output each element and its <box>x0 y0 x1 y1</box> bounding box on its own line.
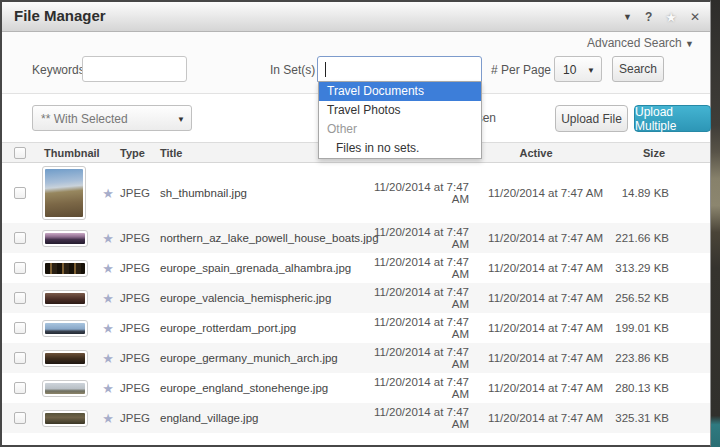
per-page-select[interactable]: 10 ▼ <box>554 56 602 82</box>
star-icon[interactable]: ★ <box>102 321 114 336</box>
thumbnail[interactable] <box>42 230 88 247</box>
file-type: JPEG <box>120 412 160 424</box>
collapse-icon[interactable]: ▼ <box>623 13 632 22</box>
with-selected-value: ** With Selected <box>41 112 128 126</box>
dropdown-option-other: Other <box>319 120 481 139</box>
uploaded-date: 11/20/2014 at 7:47 AM <box>368 181 469 205</box>
star-icon[interactable]: ★ <box>102 261 114 276</box>
uploaded-date: 11/20/2014 at 7:47 AM <box>368 376 469 400</box>
star-icon[interactable]: ★ <box>102 351 114 366</box>
header-size: Size <box>643 147 669 159</box>
window-title: File Manager <box>14 7 106 24</box>
in-sets-dropdown: Travel Documents Travel Photos Other Fil… <box>318 81 482 159</box>
row-checkbox[interactable] <box>14 262 26 274</box>
table-row[interactable]: ★ JPEG europe_spain_grenada_alhambra.jpg… <box>2 253 710 283</box>
row-checkbox[interactable] <box>14 382 26 394</box>
star-icon[interactable]: ★ <box>102 411 114 426</box>
file-size: 199.01 KB <box>615 322 669 334</box>
file-size: 325.31 KB <box>615 412 669 424</box>
keywords-input[interactable] <box>82 56 187 82</box>
uploaded-date: 11/20/2014 at 7:47 AM <box>368 346 469 370</box>
table-row[interactable]: ★ JPEG europe_valencia_hemispheric.jpg 1… <box>2 283 710 313</box>
thumbnail[interactable] <box>42 380 88 397</box>
file-manager-dialog: File Manager ▼ ? ★ ✕ Advanced Search ▼ K… <box>0 0 711 447</box>
advanced-search-toggle[interactable]: Advanced Search ▼ <box>587 36 694 50</box>
thumbnail[interactable] <box>42 350 88 367</box>
star-icon[interactable]: ★ <box>102 186 114 201</box>
row-checkbox[interactable] <box>14 412 26 424</box>
in-sets-label: In Set(s) <box>270 63 315 77</box>
file-title[interactable]: northern_az_lake_powell_house_boats.jpg <box>160 232 368 244</box>
select-arrow-icon: ▼ <box>177 115 185 124</box>
header-type: Type <box>120 147 160 159</box>
per-page-value: 10 <box>563 63 576 77</box>
thumbnail[interactable] <box>42 410 88 427</box>
upload-file-button[interactable]: Upload File <box>555 105 628 132</box>
upload-multiple-button[interactable]: Upload Multiple <box>634 105 711 132</box>
row-checkbox[interactable] <box>14 352 26 364</box>
file-size: 256.52 KB <box>615 292 669 304</box>
table-row[interactable]: ★ JPEG europe_germany_munich_arch.jpg 11… <box>2 343 710 373</box>
star-icon[interactable]: ★ <box>102 291 114 306</box>
uploaded-date: 11/20/2014 at 7:47 AM <box>368 226 469 250</box>
file-type: JPEG <box>120 262 160 274</box>
keywords-label: Keywords <box>32 63 85 77</box>
thumbnail[interactable] <box>42 260 88 277</box>
dropdown-option-travel-documents[interactable]: Travel Documents <box>319 82 481 101</box>
file-size: 223.86 KB <box>615 352 669 364</box>
uploaded-date: 11/20/2014 at 7:47 AM <box>368 316 469 340</box>
text-cursor <box>325 62 326 77</box>
star-icon[interactable]: ★ <box>102 381 114 396</box>
row-checkbox[interactable] <box>14 187 26 199</box>
thumbnail[interactable] <box>42 320 88 337</box>
in-sets-input[interactable] <box>317 56 482 82</box>
file-size: 14.89 KB <box>622 187 669 199</box>
uploaded-date: 11/20/2014 at 7:47 AM <box>368 286 469 310</box>
search-button[interactable]: Search <box>612 56 664 82</box>
table-row[interactable]: ★ JPEG europe_england_stonehenge.jpg 11/… <box>2 373 710 403</box>
thumbnail[interactable] <box>42 166 86 220</box>
file-type: JPEG <box>120 187 160 199</box>
active-date: 11/20/2014 at 7:47 AM <box>488 322 603 334</box>
file-size: 280.13 KB <box>615 382 669 394</box>
file-type: JPEG <box>120 322 160 334</box>
file-title[interactable]: england_village.jpg <box>160 412 368 424</box>
help-icon[interactable]: ? <box>645 11 652 23</box>
row-checkbox[interactable] <box>14 322 26 334</box>
row-checkbox[interactable] <box>14 232 26 244</box>
file-title[interactable]: europe_germany_munich_arch.jpg <box>160 352 368 364</box>
select-arrow-icon: ▼ <box>587 66 595 75</box>
active-date: 11/20/2014 at 7:47 AM <box>488 187 603 199</box>
table-row[interactable]: ★ JPEG england_village.jpg 11/20/2014 at… <box>2 403 710 433</box>
file-title[interactable]: europe_spain_grenada_alhambra.jpg <box>160 262 368 274</box>
star-icon[interactable]: ★ <box>102 231 114 246</box>
active-date: 11/20/2014 at 7:47 AM <box>488 382 603 394</box>
file-title[interactable]: europe_england_stonehenge.jpg <box>160 382 368 394</box>
table-row[interactable]: ★ JPEG europe_rotterdam_port.jpg 11/20/2… <box>2 313 710 343</box>
thumbnail[interactable] <box>42 290 88 307</box>
select-all-checkbox[interactable] <box>14 147 26 159</box>
with-selected-select[interactable]: ** With Selected ▼ <box>32 105 192 131</box>
file-size: 221.66 KB <box>615 232 669 244</box>
table-row[interactable]: ★ JPEG sh_thumbnail.jpg 11/20/2014 at 7:… <box>2 163 710 223</box>
row-checkbox[interactable] <box>14 292 26 304</box>
table-row[interactable]: ★ JPEG northern_az_lake_powell_house_boa… <box>2 223 710 253</box>
page-background-edge <box>711 0 720 447</box>
chevron-down-icon: ▼ <box>685 39 694 49</box>
file-type: JPEG <box>120 292 160 304</box>
file-size: 313.29 KB <box>615 262 669 274</box>
active-date: 11/20/2014 at 7:47 AM <box>488 412 603 424</box>
header-active: Active <box>519 147 552 159</box>
active-date: 11/20/2014 at 7:47 AM <box>488 352 603 364</box>
dropdown-option-files-in-no-sets[interactable]: Files in no sets. <box>319 139 481 158</box>
favorite-icon[interactable]: ★ <box>665 11 677 24</box>
file-title[interactable]: sh_thumbnail.jpg <box>160 187 368 199</box>
active-date: 11/20/2014 at 7:47 AM <box>488 232 603 244</box>
file-title[interactable]: europe_valencia_hemispheric.jpg <box>160 292 368 304</box>
advanced-search-label: Advanced Search <box>587 36 682 50</box>
file-title[interactable]: europe_rotterdam_port.jpg <box>160 322 368 334</box>
file-type: JPEG <box>120 232 160 244</box>
uploaded-date: 11/20/2014 at 7:47 AM <box>368 406 469 430</box>
dropdown-option-travel-photos[interactable]: Travel Photos <box>319 101 481 120</box>
close-icon[interactable]: ✕ <box>690 11 700 23</box>
